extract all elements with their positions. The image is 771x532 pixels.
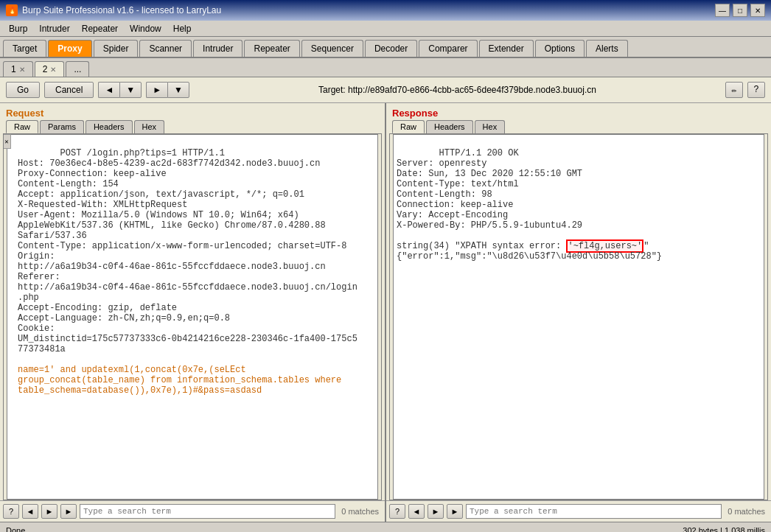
sub-tab-2-label: 2 — [43, 64, 48, 74]
sub-tab-2-close[interactable]: ✕ — [50, 66, 56, 74]
target-bar: Target: http://e89afd70-e866-4cbb-ac65-6… — [194, 85, 721, 95]
menu-intruder[interactable]: Intruder — [33, 22, 75, 35]
main-tab-bar: Target Proxy Spider Scanner Intruder Rep… — [0, 37, 771, 58]
response-tabs: Raw Headers Hex — [386, 120, 771, 133]
minimize-button[interactable]: — — [715, 4, 730, 17]
title-bar-left: 🔥 Burp Suite Professional v1.6 - license… — [6, 4, 221, 16]
status-bar: Done 302 bytes | 1,038 millis — [0, 522, 771, 532]
request-header: Request — [0, 103, 385, 120]
response-search-matches: 0 matches — [725, 507, 768, 516]
request-close-button[interactable]: ✕ — [3, 134, 11, 149]
request-panel: Request Raw Params Headers Hex ✕ POST /l… — [0, 103, 386, 522]
request-search-matches: 0 matches — [338, 507, 382, 516]
response-tab-headers[interactable]: Headers — [426, 120, 473, 133]
tab-extender[interactable]: Extender — [479, 40, 534, 57]
response-highlight: '~fl4g,users~' — [566, 239, 643, 253]
request-search-next[interactable]: ► — [41, 504, 57, 519]
tab-scanner[interactable]: Scanner — [139, 40, 192, 57]
cancel-button[interactable]: Cancel — [44, 82, 94, 98]
response-text: HTTP/1.1 200 OK Server: openresty Date: … — [397, 148, 662, 262]
tab-options[interactable]: Options — [535, 40, 585, 57]
nav-next-group: ► ▼ — [146, 82, 189, 98]
request-tab-hex[interactable]: Hex — [134, 120, 165, 133]
tab-sequencer[interactable]: Sequencer — [301, 40, 363, 57]
app-title: Burp Suite Professional v1.6 - licensed … — [22, 5, 221, 15]
title-bar: 🔥 Burp Suite Professional v1.6 - license… — [0, 0, 771, 21]
toolbar: Go Cancel ◄ ▼ ► ▼ Target: http://e89afd7… — [0, 77, 771, 103]
response-search-input[interactable] — [466, 504, 722, 519]
request-search-bar: ? ◄ ► ► 0 matches — [0, 500, 385, 522]
tab-intruder[interactable]: Intruder — [193, 40, 243, 57]
response-search-prev[interactable]: ◄ — [408, 504, 425, 519]
app-icon: 🔥 — [6, 4, 18, 16]
response-tab-raw[interactable]: Raw — [392, 120, 425, 133]
tab-comparer[interactable]: Comparer — [419, 40, 477, 57]
nav-prev-group: ◄ ▼ — [98, 82, 142, 98]
menu-repeater[interactable]: Repeater — [76, 22, 124, 35]
sub-tab-1-label: 1 — [11, 64, 16, 74]
help-button[interactable]: ? — [747, 82, 765, 98]
request-search-input[interactable] — [80, 504, 335, 519]
tab-decoder[interactable]: Decoder — [365, 40, 417, 57]
request-tab-headers[interactable]: Headers — [86, 120, 133, 133]
response-search-help[interactable]: ? — [389, 504, 405, 519]
go-button[interactable]: Go — [6, 82, 40, 98]
request-content[interactable]: POST /login.php?tips=1 HTTP/1.1 Host: 70… — [7, 134, 378, 500]
response-search-bar: ? ◄ ► ► 0 matches — [386, 500, 771, 522]
request-text: POST /login.php?tips=1 HTTP/1.1 Host: 70… — [18, 148, 357, 396]
status-left: Done — [6, 526, 25, 533]
response-panel: Response Raw Headers Hex HTTP/1.1 200 OK… — [386, 103, 771, 522]
tab-proxy[interactable]: Proxy — [48, 40, 91, 57]
request-tabs: Raw Params Headers Hex — [0, 120, 385, 133]
sub-tab-1-close[interactable]: ✕ — [19, 66, 25, 74]
request-search-prev[interactable]: ◄ — [22, 504, 38, 519]
request-tab-raw[interactable]: Raw — [6, 120, 38, 133]
target-url: http://e89afd70-e866-4cbb-ac65-6dee4f379… — [348, 85, 596, 95]
response-search-forward[interactable]: ► — [447, 504, 463, 519]
nav-prev-button[interactable]: ◄ — [98, 82, 119, 98]
tab-spider[interactable]: Spider — [94, 40, 139, 57]
edit-target-button[interactable]: ✏ — [725, 82, 743, 98]
tab-alerts[interactable]: Alerts — [586, 40, 628, 57]
tab-repeater[interactable]: Repeater — [244, 40, 299, 57]
status-right: 302 bytes | 1,038 millis — [683, 526, 765, 533]
request-search-forward[interactable]: ► — [60, 504, 77, 519]
sub-tab-bar: 1 ✕ 2 ✕ ... — [0, 58, 771, 77]
sub-tab-2[interactable]: 2 ✕ — [35, 61, 65, 77]
menu-bar: Burp Intruder Repeater Window Help — [0, 21, 771, 37]
window-controls[interactable]: — □ ✕ — [715, 4, 765, 17]
nav-prev-dropdown[interactable]: ▼ — [119, 82, 142, 98]
nav-next-dropdown[interactable]: ▼ — [167, 82, 189, 98]
sub-tab-1[interactable]: 1 ✕ — [3, 61, 33, 77]
nav-next-button[interactable]: ► — [146, 82, 167, 98]
tab-target[interactable]: Target — [3, 40, 46, 57]
request-tab-params[interactable]: Params — [40, 120, 84, 133]
maximize-button[interactable]: □ — [733, 4, 747, 17]
response-content[interactable]: HTTP/1.1 200 OK Server: openresty Date: … — [393, 134, 764, 500]
request-search-help[interactable]: ? — [3, 504, 19, 519]
response-header: Response — [386, 103, 771, 120]
sub-tab-more[interactable]: ... — [66, 61, 89, 77]
target-label: Target: — [318, 85, 348, 95]
response-tab-hex[interactable]: Hex — [475, 120, 506, 133]
close-button[interactable]: ✕ — [750, 4, 765, 17]
response-search-next[interactable]: ► — [428, 504, 444, 519]
menu-window[interactable]: Window — [124, 22, 167, 35]
menu-help[interactable]: Help — [167, 22, 198, 35]
main-content: Request Raw Params Headers Hex ✕ POST /l… — [0, 103, 771, 522]
menu-burp[interactable]: Burp — [3, 22, 33, 35]
sub-tab-more-label: ... — [74, 64, 81, 74]
